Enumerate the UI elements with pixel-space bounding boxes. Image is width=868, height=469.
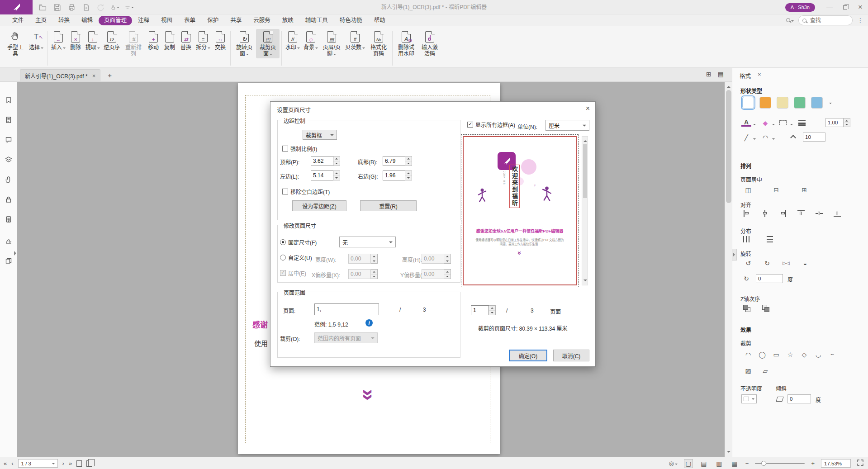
menu-view[interactable]: 视图 [155, 16, 178, 25]
menu-edit[interactable]: 编辑 [76, 16, 99, 25]
show-all-borders-checkbox[interactable]: 显示所有边框(A) [467, 121, 515, 128]
shape-swatch-green[interactable] [794, 97, 806, 109]
account-badge[interactable]: A - Sh3n [785, 3, 815, 12]
align-middle-vertical-icon[interactable] [816, 210, 823, 217]
center-both-icon[interactable]: ⊞ [799, 185, 809, 194]
zoom-out-icon[interactable]: − [745, 460, 749, 467]
menu-home[interactable]: 主页 [29, 16, 52, 25]
center-horizontal-icon[interactable]: ◫ [743, 185, 753, 194]
ribbon-delete-pages-button[interactable]: × 删除 [67, 29, 84, 52]
send-to-back-icon[interactable] [762, 305, 769, 312]
ribbon-replace-pages-button[interactable]: ⇄ 替换 [178, 29, 194, 52]
ribbon-reverse-order-button[interactable]: 12 逆页序 [102, 29, 122, 52]
ribbon-header-footer-button[interactable]: ▤ 页眉/页脚 [320, 29, 343, 58]
caret-down-icon[interactable] [753, 124, 756, 127]
zoom-slider[interactable] [755, 463, 805, 464]
single-page-view-icon[interactable]: ▢ [684, 459, 693, 468]
open-file-icon[interactable] [38, 3, 47, 12]
crop-arc-icon[interactable]: ◠ [743, 350, 753, 359]
bookmarks-panel-icon[interactable] [4, 95, 13, 104]
search-input[interactable] [809, 17, 845, 24]
fullscreen-icon[interactable] [857, 460, 863, 467]
preview-page-input[interactable] [471, 305, 489, 315]
print-icon[interactable] [67, 3, 76, 12]
shape-swatch-none[interactable] [742, 97, 754, 109]
left-margin-input[interactable] [311, 171, 333, 180]
menu-accessibility[interactable]: 辅助工具 [299, 16, 334, 25]
distribute-horizontal-icon[interactable] [743, 236, 749, 242]
standards-panel-icon[interactable] [4, 215, 13, 224]
grid-view-icon[interactable]: ⊞ [706, 71, 711, 78]
preview-scrollbar[interactable] [582, 136, 588, 285]
destinations-panel-icon[interactable] [4, 256, 13, 265]
next-page-icon[interactable]: › [62, 460, 64, 467]
align-right-icon[interactable] [779, 210, 787, 217]
custom-size-radio[interactable]: 自定义(U) [280, 254, 312, 261]
border-style-icon[interactable] [779, 120, 787, 125]
continuous-view-icon[interactable]: ▤ [699, 459, 708, 468]
search-options-icon[interactable] [786, 17, 794, 24]
preview-scrollbar-thumb[interactable] [583, 144, 587, 198]
menu-cloud[interactable]: 云服务 [247, 16, 276, 25]
spinner-buttons[interactable] [333, 171, 340, 180]
new-tab-button[interactable]: + [105, 69, 114, 81]
spinner-buttons[interactable] [333, 156, 340, 166]
spinner-buttons[interactable] [405, 156, 412, 166]
canvas-scrollbar-thumb[interactable] [726, 90, 731, 203]
fixed-size-dropdown[interactable]: 无 [339, 237, 396, 247]
more-options-icon[interactable]: ⋮ [857, 17, 863, 24]
align-center-horizontal-icon[interactable] [761, 210, 768, 217]
ok-button[interactable]: 确定(O) [509, 350, 547, 361]
set-zero-margin-button[interactable]: 设为零边距(Z) [292, 200, 346, 211]
rotate-cw-icon[interactable]: ↻ [762, 259, 772, 268]
panel-close-icon[interactable]: × [758, 71, 761, 78]
crop-parallelogram-icon[interactable]: ▱ [760, 366, 770, 375]
zoom-slider-knob[interactable] [761, 461, 766, 466]
align-top-icon[interactable] [797, 210, 805, 217]
cancel-button[interactable]: 取消(C) [553, 350, 589, 361]
line-weight-icon[interactable] [798, 120, 806, 126]
caret-down-icon[interactable] [772, 138, 775, 141]
align-left-icon[interactable] [743, 210, 750, 217]
format-tab[interactable]: 格式 [740, 71, 751, 80]
search-box[interactable] [798, 15, 853, 25]
menu-form[interactable]: 表单 [178, 16, 201, 25]
force-ratio-checkbox[interactable]: 强制比例(I) [282, 145, 317, 152]
comments-panel-icon[interactable] [4, 135, 13, 144]
caret-down-icon[interactable] [753, 138, 756, 141]
digital-signature-panel-icon[interactable] [4, 237, 13, 246]
caret-down-icon[interactable] [790, 124, 793, 127]
ribbon-format-page-number-button[interactable]: № 格式化页码 [367, 29, 390, 58]
continuous-facing-view-icon[interactable]: ▦ [730, 459, 739, 468]
tab-close-icon[interactable]: × [92, 72, 96, 79]
dialog-close-icon[interactable]: × [586, 104, 590, 113]
bring-to-front-icon[interactable] [743, 305, 750, 312]
page-range-input[interactable] [314, 303, 379, 315]
distribute-vertical-icon[interactable] [767, 236, 773, 242]
customize-toolbar-icon[interactable] [125, 3, 134, 12]
ribbon-move-pages-button[interactable]: + 移动 [145, 29, 161, 52]
crop-wave-icon[interactable]: ~ [827, 350, 837, 359]
snapshot-icon[interactable] [76, 460, 82, 467]
flip-horizontal-icon[interactable]: ▷◁ [781, 259, 791, 268]
reading-view-icon[interactable]: ▤ [718, 71, 724, 78]
crop-circle-icon[interactable]: ◯ [757, 350, 767, 359]
ribbon-swap-pages-button[interactable]: ↑↓ 交换 [212, 29, 228, 52]
last-page-icon[interactable]: » [69, 460, 72, 467]
menu-page-management[interactable]: 页面管理 [99, 16, 132, 25]
stroke-width-input[interactable] [825, 118, 844, 127]
page-thumbnails-icon[interactable] [4, 115, 13, 124]
menu-present[interactable]: 放映 [276, 16, 299, 25]
page-indicator[interactable]: 1 / 3 [18, 459, 58, 468]
zoom-in-icon[interactable]: + [811, 460, 815, 467]
security-panel-icon[interactable] [4, 195, 13, 204]
menu-file[interactable]: 文件 [6, 16, 29, 25]
save-icon[interactable] [52, 3, 62, 12]
new-document-icon[interactable] [81, 3, 90, 12]
scroll-down-icon[interactable] [583, 280, 587, 283]
crop-curve-icon[interactable]: ◡ [813, 350, 823, 359]
rotate-angle-input[interactable] [756, 274, 783, 283]
layers-panel-icon[interactable] [4, 155, 13, 164]
ribbon-split-button[interactable]: = 拆分 [194, 29, 212, 52]
ribbon-crop-pages-button[interactable]: ◰ 裁剪页面 [256, 29, 280, 58]
